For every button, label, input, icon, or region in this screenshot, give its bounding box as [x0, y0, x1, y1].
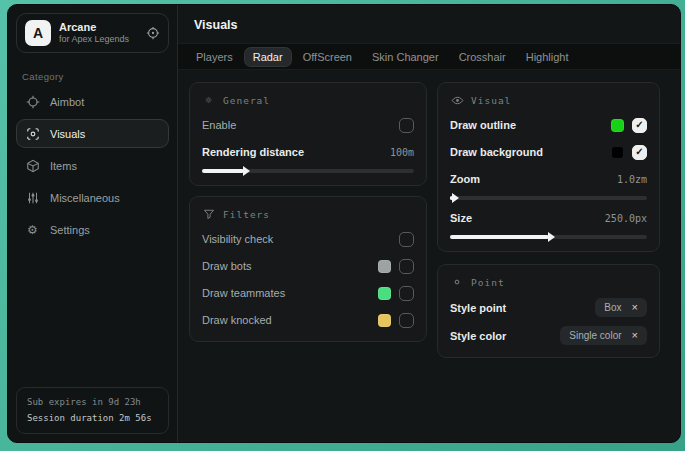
style-point-select[interactable]: Box ×: [595, 298, 647, 317]
sidebar-item-visuals[interactable]: Visuals: [16, 119, 169, 148]
zoom-slider[interactable]: [450, 196, 647, 200]
draw-outline-checkbox[interactable]: ✓: [632, 118, 647, 133]
slider-fill: [202, 169, 244, 173]
style-color-value: Single color: [569, 330, 621, 341]
panel-title: Visual: [471, 95, 511, 106]
panel-title: General: [223, 95, 270, 106]
main-content: Visuals Players Radar OffScreen Skin Cha…: [178, 5, 680, 442]
visual-panel-header: Visual: [450, 93, 647, 107]
enable-label: Enable: [202, 119, 236, 131]
draw-teammates-checkbox[interactable]: [399, 286, 414, 301]
zoom-value: 1.0zm: [617, 174, 647, 185]
close-icon[interactable]: ×: [632, 330, 638, 341]
rendering-distance-label: Rendering distance: [202, 146, 304, 158]
tab-crosshair[interactable]: Crosshair: [451, 48, 514, 66]
close-icon[interactable]: ×: [632, 302, 638, 313]
draw-background-row: Draw background ✓: [450, 143, 647, 161]
app-window: A Arcane for Apex Legends Category: [7, 4, 681, 443]
filters-panel-header: Filters: [202, 207, 414, 221]
rendering-distance-row: Rendering distance 100m: [202, 143, 414, 161]
draw-outline-row: Draw outline ✓: [450, 116, 647, 134]
sub-expiry-text: Sub expires in 9d 23h: [27, 395, 158, 410]
draw-background-color-swatch[interactable]: [611, 146, 624, 159]
zoom-row: Zoom 1.0zm: [450, 170, 647, 188]
panel-title: Filters: [223, 209, 270, 220]
sidebar-item-items[interactable]: Items: [16, 151, 169, 180]
draw-background-label: Draw background: [450, 146, 543, 158]
right-column: Visual Draw outline ✓ Draw background: [437, 82, 660, 358]
zoom-label: Zoom: [450, 173, 480, 185]
sidebar-item-label: Visuals: [50, 128, 85, 140]
draw-knocked-checkbox[interactable]: [399, 313, 414, 328]
draw-knocked-label: Draw knocked: [202, 314, 272, 326]
check-icon: ✓: [635, 120, 643, 130]
draw-outline-color-swatch[interactable]: [611, 119, 624, 132]
general-panel: ☼ General Enable Rendering distance 100m: [189, 82, 427, 186]
app-subtitle: for Apex Legends: [59, 34, 138, 45]
visibility-check-checkbox[interactable]: [399, 232, 414, 247]
rendering-distance-slider[interactable]: [202, 169, 414, 173]
app-logo: A: [25, 20, 51, 46]
style-point-value: Box: [604, 302, 621, 313]
enable-checkbox[interactable]: [399, 118, 414, 133]
tab-offscreen[interactable]: OffScreen: [295, 48, 360, 66]
page-title: Visuals: [178, 5, 680, 43]
sidebar-nav: Aimbot Visuals Items: [8, 86, 177, 245]
slider-thumb[interactable]: [452, 193, 459, 203]
draw-bots-checkbox[interactable]: [399, 259, 414, 274]
sidebar-item-miscellaneous[interactable]: Miscellaneous: [16, 183, 169, 212]
app-titles: Arcane for Apex Legends: [59, 21, 138, 46]
panels-area: ☼ General Enable Rendering distance 100m: [178, 70, 680, 370]
tab-skin-changer[interactable]: Skin Changer: [364, 48, 447, 66]
size-value: 250.0px: [605, 213, 647, 224]
style-color-select[interactable]: Single color ×: [560, 326, 647, 345]
gear-icon: ⚙: [25, 222, 40, 237]
style-color-label: Style color: [450, 330, 506, 342]
size-label: Size: [450, 212, 472, 224]
slider-thumb[interactable]: [548, 232, 555, 242]
slider-fill: [450, 196, 453, 200]
style-point-row: Style point Box ×: [450, 298, 647, 317]
sidebar: A Arcane for Apex Legends Category: [8, 5, 178, 442]
style-color-row: Style color Single color ×: [450, 326, 647, 345]
crosshair-icon: [25, 94, 40, 109]
draw-teammates-color-swatch[interactable]: [378, 287, 391, 300]
sun-icon: ☼: [202, 93, 216, 107]
filters-panel: Filters Visibility check Draw bots: [189, 196, 427, 342]
sidebar-item-label: Miscellaneous: [50, 192, 120, 204]
enable-row: Enable: [202, 116, 414, 134]
check-icon: ✓: [635, 147, 643, 157]
visibility-check-row: Visibility check: [202, 230, 414, 248]
tab-players[interactable]: Players: [188, 48, 241, 66]
sliders-icon: [25, 190, 40, 205]
visual-panel: Visual Draw outline ✓ Draw background: [437, 82, 660, 252]
dot-icon: [450, 275, 464, 289]
eye-icon: [450, 93, 464, 107]
app-name: Arcane: [59, 21, 138, 35]
style-point-label: Style point: [450, 302, 506, 314]
session-duration-text: Session duration 2m 56s: [27, 411, 158, 426]
sidebar-item-settings[interactable]: ⚙ Settings: [16, 215, 169, 244]
general-panel-header: ☼ General: [202, 93, 414, 107]
tab-radar[interactable]: Radar: [245, 48, 291, 66]
visibility-check-label: Visibility check: [202, 233, 273, 245]
sidebar-item-label: Items: [50, 160, 77, 172]
scope-icon[interactable]: [146, 26, 160, 40]
category-label: Category: [22, 71, 163, 82]
session-info-box: Sub expires in 9d 23h Session duration 2…: [16, 387, 169, 434]
slider-thumb[interactable]: [243, 166, 250, 176]
point-panel-header: Point: [450, 275, 647, 289]
size-slider[interactable]: [450, 235, 647, 239]
left-column: ☼ General Enable Rendering distance 100m: [189, 82, 427, 342]
draw-teammates-label: Draw teammates: [202, 287, 285, 299]
sidebar-item-aimbot[interactable]: Aimbot: [16, 87, 169, 116]
draw-bots-color-swatch[interactable]: [378, 260, 391, 273]
sidebar-item-label: Aimbot: [50, 96, 84, 108]
draw-knocked-color-swatch[interactable]: [378, 314, 391, 327]
tab-highlight[interactable]: Highlight: [518, 48, 577, 66]
draw-knocked-row: Draw knocked: [202, 311, 414, 329]
funnel-icon: [202, 207, 216, 221]
tab-bar: Players Radar OffScreen Skin Changer Cro…: [178, 43, 680, 70]
eye-scan-icon: [25, 126, 40, 141]
draw-background-checkbox[interactable]: ✓: [632, 145, 647, 160]
